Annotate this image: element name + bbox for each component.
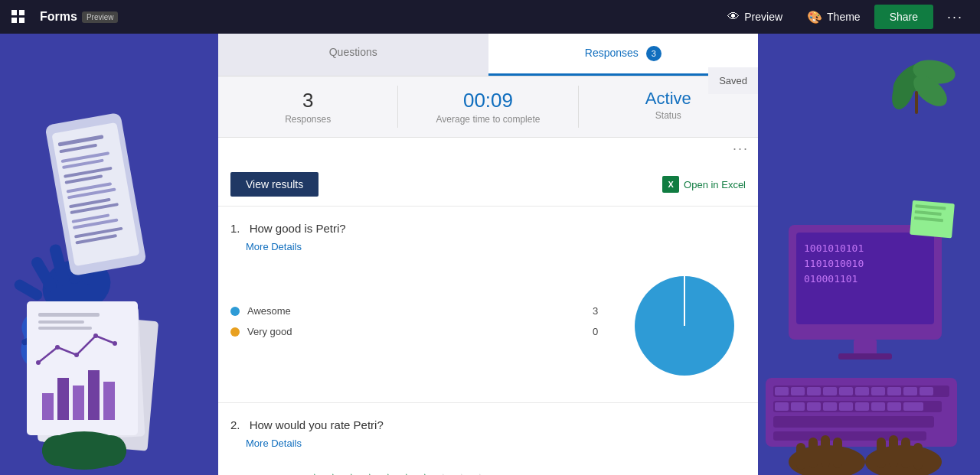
question-1-number: 1. — [230, 222, 240, 235]
svg-rect-34 — [73, 386, 84, 420]
legend-count-awesome: 3 — [593, 305, 608, 317]
main-layout: Questions Responses 3 3 Responses 00:09 … — [0, 34, 980, 475]
avg-time-value: 00:09 — [407, 89, 568, 112]
svg-rect-94 — [821, 435, 830, 467]
content-area: 3 Responses 00:09 Average time to comple… — [218, 76, 758, 475]
question-1-more-details[interactable]: More Details — [246, 241, 302, 252]
svg-rect-72 — [791, 387, 805, 395]
topbar: Forms Preview 👁 Preview 🎨 Theme Share ··… — [0, 0, 980, 34]
svg-rect-82 — [791, 402, 805, 411]
stars-row: ★ ★ ★ ★ ★ ★ ★ ★ ★ ★ — [307, 470, 488, 475]
svg-rect-92 — [796, 443, 805, 470]
svg-rect-89 — [903, 402, 923, 411]
star-2: ★ — [325, 470, 341, 475]
preview-icon: 👁 — [727, 10, 740, 24]
question-2-more-details[interactable]: More Details — [246, 438, 302, 449]
preview-label: Preview — [744, 11, 782, 23]
stats-more-button[interactable]: ··· — [218, 138, 758, 163]
view-results-button[interactable]: View results — [230, 172, 318, 197]
svg-rect-83 — [807, 402, 821, 411]
svg-rect-32 — [42, 393, 54, 420]
responses-stat: 3 Responses — [218, 76, 397, 137]
svg-rect-85 — [839, 402, 853, 411]
pie-chart-svg — [623, 265, 746, 387]
svg-rect-74 — [823, 387, 837, 395]
svg-rect-44 — [38, 327, 92, 330]
star-7: ★ — [417, 470, 433, 475]
star-9: ★ — [454, 470, 469, 475]
question-2-responses-count: 3 — [230, 471, 276, 476]
share-button[interactable]: Share — [874, 5, 933, 29]
svg-rect-77 — [871, 387, 885, 395]
preview-button[interactable]: 👁 Preview — [717, 4, 793, 30]
preview-badge: Preview — [82, 11, 119, 23]
left-illustration-svg — [0, 34, 218, 475]
legend-label-verygood: Very good — [247, 326, 585, 337]
excel-icon: X — [662, 176, 679, 193]
svg-rect-86 — [855, 402, 869, 411]
share-label: Share — [890, 11, 918, 23]
svg-text:1001010101: 1001010101 — [804, 242, 864, 254]
svg-rect-54 — [915, 91, 918, 114]
svg-rect-88 — [887, 402, 901, 411]
svg-rect-46 — [42, 435, 126, 466]
svg-rect-43 — [38, 320, 84, 324]
svg-rect-71 — [775, 387, 789, 395]
responses-badge: 3 — [646, 46, 662, 61]
theme-icon: 🎨 — [807, 10, 822, 24]
more-options-button[interactable]: ··· — [936, 3, 974, 31]
question-1-content: Awesome 3 Very good 0 — [230, 265, 746, 387]
star-3: ★ — [344, 470, 359, 475]
star-10: ★ — [472, 470, 488, 475]
svg-point-38 — [55, 345, 60, 350]
question-2-responses-stat: 3 Responses — [230, 471, 276, 476]
open-excel-button[interactable]: X Open in Excel — [662, 176, 746, 193]
svg-rect-98 — [901, 438, 910, 468]
svg-rect-2 — [11, 18, 17, 23]
topbar-actions: 👁 Preview 🎨 Theme Share ··· — [717, 3, 980, 31]
responses-count-value: 3 — [227, 89, 388, 112]
svg-point-41 — [113, 341, 117, 346]
question-2-section: 2. How would you rate Petri? More Detail… — [218, 402, 758, 475]
svg-rect-81 — [775, 402, 789, 411]
legend-label-awesome: Awesome — [247, 305, 585, 317]
svg-rect-99 — [913, 443, 923, 470]
star-4: ★ — [362, 470, 377, 475]
view-results-label: View results — [246, 178, 303, 190]
svg-rect-1 — [19, 10, 24, 15]
svg-rect-96 — [877, 438, 886, 468]
legend-item-verygood: Very good 0 — [230, 326, 608, 337]
svg-rect-79 — [903, 387, 917, 395]
stats-bar: 3 Responses 00:09 Average time to comple… — [218, 76, 758, 138]
question-1-section: 1. How good is Petri? More Details Aweso… — [218, 206, 758, 402]
star-1: ★ — [307, 470, 322, 475]
svg-rect-75 — [839, 387, 853, 395]
theme-button[interactable]: 🎨 Theme — [796, 4, 871, 31]
question-2-title: 2. How would you rate Petri? — [230, 418, 746, 431]
left-decoration — [0, 34, 218, 475]
svg-rect-36 — [103, 382, 115, 420]
responses-stat-label: Responses — [227, 114, 388, 125]
question-1-chart — [623, 265, 746, 387]
question-2-number: 2. — [230, 418, 240, 431]
tab-responses-label: Responses — [585, 47, 639, 59]
legend-dot-awesome — [230, 307, 240, 316]
svg-rect-35 — [88, 370, 100, 420]
tab-questions-label: Questions — [329, 46, 377, 58]
svg-rect-11 — [12, 278, 44, 302]
svg-rect-93 — [808, 438, 818, 468]
apps-button[interactable] — [0, 0, 37, 34]
saved-label: Saved — [708, 67, 758, 94]
tab-questions[interactable]: Questions — [218, 34, 488, 76]
svg-rect-42 — [38, 313, 100, 317]
svg-rect-95 — [833, 438, 842, 468]
question-2-stars: ★ ★ ★ ★ ★ ★ ★ ★ ★ ★ 7.00 — [307, 470, 488, 475]
svg-text:1101010010: 1101010010 — [804, 258, 864, 269]
question-1-text: How good is Petri? — [250, 222, 346, 235]
brand: Forms Preview — [37, 10, 130, 24]
svg-rect-80 — [920, 387, 933, 395]
question-2-text: How would you rate Petri? — [250, 418, 384, 431]
svg-rect-3 — [19, 18, 24, 23]
avg-time-label: Average time to complete — [407, 114, 568, 125]
svg-rect-69 — [773, 416, 934, 428]
